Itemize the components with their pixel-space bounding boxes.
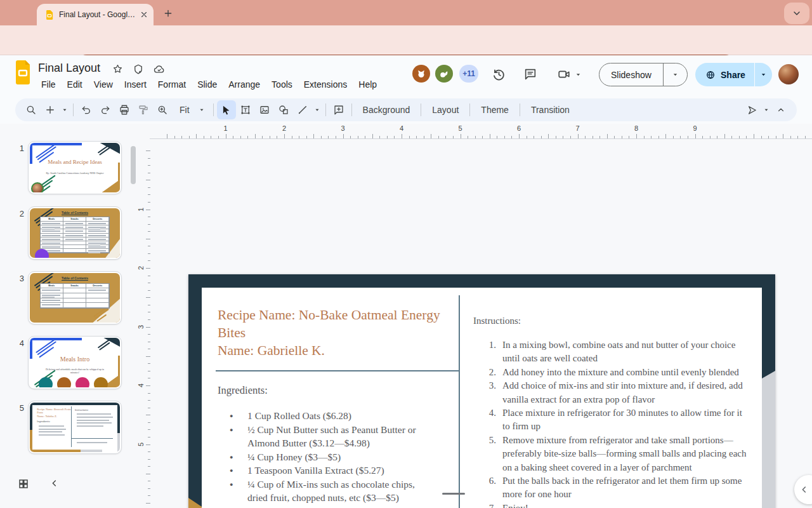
new-slide-caret-icon[interactable] <box>60 100 70 119</box>
browser-tab[interactable]: Final Layout - Google Slides <box>37 4 154 25</box>
instructions-list[interactable]: In a mixing bowl, combine oats and nut b… <box>473 338 750 508</box>
grid-view-button[interactable] <box>18 478 29 490</box>
work-area: 123456789 12345 1 Meals and Recipe Ideas… <box>0 124 812 508</box>
insert-image-button[interactable] <box>255 100 274 119</box>
browser-window: Final Layout - Google Slides docs.google… <box>0 0 812 508</box>
slides-logo-icon[interactable] <box>14 60 32 84</box>
collaborator-squirrel-avatar[interactable] <box>435 65 453 83</box>
ingredients-heading[interactable]: Ingredients: <box>218 384 268 397</box>
select-tool-button[interactable] <box>217 100 236 119</box>
zoom-fit-select[interactable]: Fit <box>172 105 210 115</box>
collapse-filmstrip-icon[interactable] <box>49 478 60 488</box>
instruction-item: Place mixture in refrigerator for 30 min… <box>473 406 750 434</box>
thumb-subtitle: Name: Tabitha Z. <box>37 415 56 418</box>
title-divider-line <box>216 370 459 371</box>
slide-content-card: Recipe Name: No-Bake Oatmeal Energy Bite… <box>202 288 762 508</box>
ingredients-list[interactable]: 1 Cup Rolled Oats ($6.28) ½ Cup Nut Butt… <box>228 409 433 505</box>
insert-line-button[interactable] <box>293 100 312 119</box>
background-button[interactable]: Background <box>355 105 418 115</box>
insert-comment-button[interactable] <box>329 100 348 119</box>
tab-title: Final Layout - Google Slides <box>59 10 138 19</box>
camera-dropdown-caret-icon[interactable] <box>575 71 582 78</box>
menu-edit[interactable]: Edit <box>62 77 88 91</box>
filmstrip-scrollbar[interactable] <box>131 146 136 184</box>
instruction-item: Remove mixture from refrigerator and tak… <box>473 434 750 474</box>
transition-button[interactable]: Transition <box>523 105 577 115</box>
star-document-icon[interactable] <box>112 64 123 74</box>
slide-thumbnail-1[interactable]: Meals and Recipe Ideas By: South Carolin… <box>28 141 122 194</box>
window-chevron-down-icon[interactable] <box>784 3 809 24</box>
menu-view[interactable]: View <box>88 77 119 91</box>
menu-insert[interactable]: Insert <box>119 77 152 91</box>
menu-help[interactable]: Help <box>353 77 383 91</box>
instruction-item: Add honey into the mixture and combine u… <box>473 366 750 379</box>
text-box-button[interactable] <box>236 100 255 119</box>
vertical-ruler[interactable]: 12345 <box>136 124 150 508</box>
instructions-heading[interactable]: Instructions: <box>473 316 521 326</box>
instruction-item: Put the balls back in the refrigerator a… <box>473 474 750 502</box>
redo-button[interactable] <box>96 100 115 119</box>
slide-thumbnail-3[interactable]: Table of Contents MealsSnacksDesserts <box>28 271 122 324</box>
edit-toolbar: Fit Background Layout Theme <box>15 98 797 121</box>
pen-caret-icon[interactable] <box>761 100 771 119</box>
menu-slide[interactable]: Slide <box>192 77 223 91</box>
move-to-drive-icon[interactable] <box>133 64 144 75</box>
toolbar-separator <box>351 104 352 116</box>
speaker-notes-drag-handle[interactable] <box>442 493 465 495</box>
slide-canvas[interactable]: Recipe Name: No-Bake Oatmeal Energy Bite… <box>188 274 775 508</box>
account-avatar[interactable] <box>778 64 799 84</box>
paint-format-button[interactable] <box>134 100 153 119</box>
slide-number: 4 <box>11 338 24 348</box>
ingredient-item: ¼ Cup Honey ($3—$5) <box>228 450 433 464</box>
meet-camera-icon[interactable] <box>557 67 571 81</box>
undo-button[interactable] <box>77 100 96 119</box>
ingredient-item: ½ Cup Nut Butter such as Peanut Butter o… <box>228 423 433 450</box>
expand-side-panel-button[interactable] <box>794 475 812 504</box>
share-caret-icon[interactable] <box>754 63 772 86</box>
insert-shape-button[interactable] <box>274 100 293 119</box>
menu-arrange[interactable]: Arrange <box>223 77 266 91</box>
share-button[interactable]: Share <box>695 70 754 80</box>
slideshow-button[interactable]: Slideshow <box>599 64 663 86</box>
tab-close-icon[interactable] <box>140 10 148 19</box>
ingredient-item: 1 Cup Rolled Oats ($6.28) <box>228 409 433 423</box>
browser-navbar: docs.google.com/presentation/d/1NONMzHq1… <box>0 25 812 55</box>
instruction-item: Add choice of mix-ins and stir into mixt… <box>473 379 750 406</box>
menu-tools[interactable]: Tools <box>266 77 298 91</box>
comments-icon[interactable] <box>523 67 537 81</box>
version-history-icon[interactable] <box>492 67 506 82</box>
document-title[interactable]: Final Layout <box>38 62 100 75</box>
slide-thumbnail-4[interactable]: Meals Intro Delicious and affordable mea… <box>28 336 122 389</box>
pen-tool-button[interactable] <box>742 100 761 119</box>
line-caret-icon[interactable] <box>312 100 322 119</box>
menu-file[interactable]: File <box>36 77 62 91</box>
slides-header: Final Layout File Edit View Insert Forma… <box>0 55 812 96</box>
horizontal-ruler[interactable]: 123456789 <box>150 124 812 139</box>
collaborator-overflow-badge[interactable]: +11 <box>459 65 478 83</box>
slideshow-caret-icon[interactable] <box>663 64 687 86</box>
toolbar-separator <box>520 104 520 116</box>
layout-button[interactable]: Layout <box>424 105 466 115</box>
collapse-toolbar-icon[interactable] <box>771 100 790 119</box>
slide-thumbnail-2[interactable]: Table of Contents MealsSnacksDesserts <box>28 206 122 260</box>
theme-button[interactable]: Theme <box>473 105 516 115</box>
collaborator-cat-avatar[interactable] <box>412 65 430 83</box>
instruction-item: In a mixing bowl, combine oats and nut b… <box>473 338 750 366</box>
new-tab-button[interactable] <box>161 6 175 20</box>
fit-caret-icon <box>199 107 205 113</box>
toolbar-separator <box>213 104 214 116</box>
menu-extensions[interactable]: Extensions <box>298 77 353 91</box>
toolbar-separator <box>469 104 470 116</box>
search-menus-icon[interactable] <box>22 100 41 119</box>
new-slide-button[interactable] <box>41 100 60 119</box>
menu-format[interactable]: Format <box>152 77 192 91</box>
recipe-title-textbox[interactable]: Recipe Name: No-Bake Oatmeal Energy Bite… <box>218 306 465 359</box>
instruction-item: Enjoy! <box>473 502 750 508</box>
ingredient-item: 1 Teaspoon Vanilla Extract ($5.27) <box>228 464 433 478</box>
print-button[interactable] <box>115 100 134 119</box>
zoom-icon[interactable] <box>153 100 172 119</box>
cloud-saved-icon[interactable] <box>153 64 166 75</box>
slide-thumbnail-5[interactable]: Recipe Name: Broccoli Pesto Pasta Name: … <box>28 401 122 454</box>
slide-number: 2 <box>11 209 24 218</box>
collaborator-cursor-avatar <box>57 377 71 387</box>
